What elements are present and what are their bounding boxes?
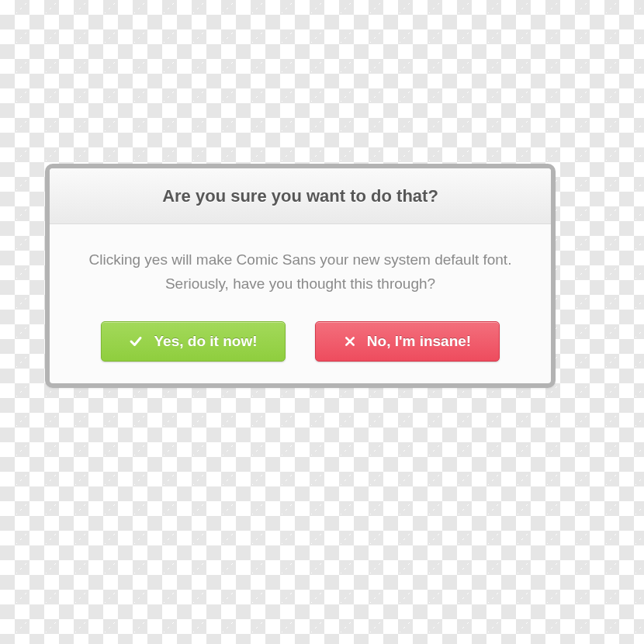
check-icon [129, 334, 143, 348]
dialog-body: Clicking yes will make Comic Sans your n… [50, 224, 551, 362]
dialog-actions: Yes, do it now! No, I'm insane! [78, 296, 523, 362]
no-button-label: No, I'm insane! [367, 333, 471, 350]
dialog-header: Are you sure you want to do that? [50, 168, 551, 224]
confirm-dialog: Are you sure you want to do that? Clicki… [45, 164, 556, 388]
no-button[interactable]: No, I'm insane! [315, 321, 500, 362]
yes-button[interactable]: Yes, do it now! [101, 321, 286, 362]
dialog-message: Clicking yes will make Comic Sans your n… [78, 248, 523, 296]
yes-button-label: Yes, do it now! [154, 333, 257, 350]
dialog-title: Are you sure you want to do that? [162, 186, 438, 206]
close-icon [344, 335, 356, 348]
